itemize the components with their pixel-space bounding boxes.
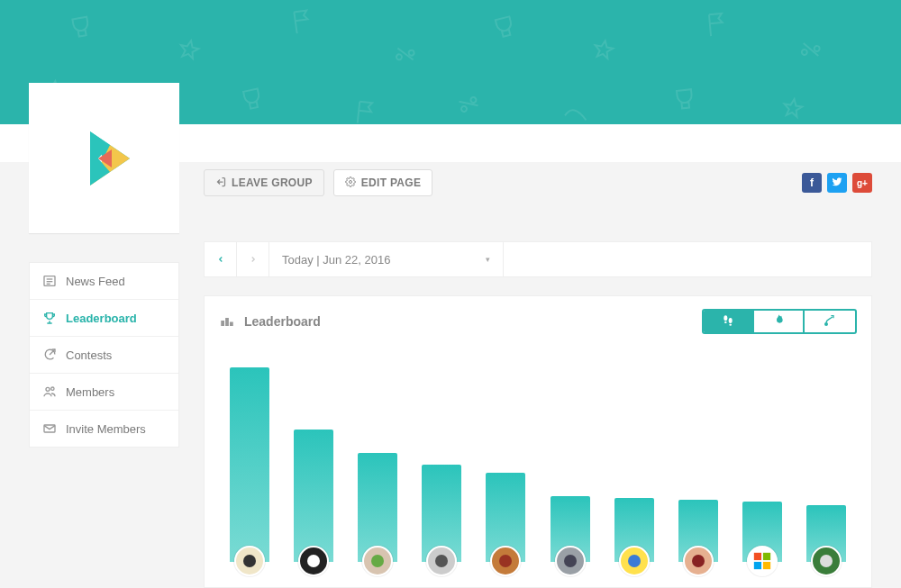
leave-group-label: LEAVE GROUP [232, 176, 313, 189]
date-select[interactable]: Today | Jun 22, 2016 ▾ [269, 242, 504, 276]
action-toolbar: LEAVE GROUP EDIT PAGE f g+ [204, 167, 872, 198]
sidebar-item-label: Members [66, 385, 114, 399]
avatar[interactable] [747, 546, 778, 576]
bar-col[interactable] [421, 465, 463, 576]
sidebar-item-members[interactable]: Members [30, 374, 178, 411]
svg-rect-10 [221, 321, 224, 326]
date-label: Today | Jun 22, 2016 [282, 253, 390, 267]
toggle-steps[interactable] [704, 311, 754, 332]
svg-rect-18 [754, 553, 761, 560]
chevron-right-icon [249, 255, 258, 264]
next-day-button[interactable] [237, 242, 269, 276]
distance-icon [823, 313, 837, 330]
svg-point-8 [51, 387, 54, 390]
bar-col[interactable] [292, 430, 334, 576]
toggle-distance[interactable] [805, 311, 855, 332]
toggle-calories[interactable] [754, 311, 805, 332]
svg-rect-20 [754, 562, 761, 569]
bar-row [219, 341, 857, 576]
edit-page-label: EDIT PAGE [361, 176, 422, 189]
svg-point-15 [729, 318, 733, 323]
sidebar-item-news-feed[interactable]: News Feed [30, 263, 178, 300]
svg-point-7 [46, 387, 50, 391]
google-plus-icon: g+ [857, 178, 868, 188]
bar-col[interactable] [742, 502, 784, 576]
svg-point-14 [724, 321, 727, 323]
prev-day-button[interactable] [205, 242, 237, 276]
sidebar-item-invite-members[interactable]: Invite Members [30, 411, 178, 447]
bar [230, 367, 269, 562]
bar-col[interactable] [613, 498, 655, 576]
svg-point-16 [729, 323, 732, 325]
avatar[interactable] [234, 546, 265, 576]
svg-rect-19 [763, 553, 770, 560]
bar-col[interactable] [485, 473, 527, 576]
svg-rect-21 [763, 562, 770, 569]
news-feed-icon [42, 274, 57, 288]
svg-rect-11 [225, 318, 229, 326]
bar-col[interactable] [677, 500, 719, 576]
twitter-icon [832, 176, 842, 190]
leaderboard-header: Leaderboard [205, 296, 871, 347]
avatar[interactable] [362, 546, 393, 576]
bar-col[interactable] [549, 496, 591, 576]
share-google-button[interactable]: g+ [852, 173, 872, 193]
sidebar-item-label: Leaderboard [66, 312, 137, 325]
flame-icon [771, 313, 786, 330]
sidebar-item-contests[interactable]: Contests [30, 337, 178, 374]
metric-toggle [702, 309, 857, 334]
edit-page-button[interactable]: EDIT PAGE [333, 169, 433, 196]
sidebar-item-label: News Feed [66, 275, 125, 288]
sidebar-item-label: Contests [66, 348, 112, 362]
chart-area [219, 341, 857, 576]
members-icon [42, 384, 57, 399]
leave-group-button[interactable]: LEAVE GROUP [204, 169, 324, 196]
gear-icon [345, 176, 356, 190]
svg-point-13 [724, 315, 727, 321]
social-share: f g+ [802, 173, 872, 193]
avatar[interactable] [555, 546, 586, 576]
avatar[interactable] [298, 546, 329, 576]
steps-icon [721, 313, 735, 330]
leaderboard-card: Leaderboard [204, 295, 872, 588]
contests-icon [42, 348, 57, 362]
svg-point-17 [825, 322, 828, 325]
bar-col[interactable] [356, 453, 398, 576]
group-logo-card [29, 83, 179, 233]
bar-col[interactable] [228, 367, 270, 576]
chevron-left-icon [216, 255, 225, 264]
svg-point-2 [349, 180, 351, 183]
trophy-icon [42, 311, 57, 325]
date-bar: Today | Jun 22, 2016 ▾ [204, 241, 872, 277]
leaderboard-title: Leaderboard [244, 314, 321, 329]
sidebar-item-label: Invite Members [66, 422, 146, 436]
share-facebook-button[interactable]: f [802, 173, 822, 193]
avatar[interactable] [490, 546, 521, 576]
podium-icon [219, 312, 235, 331]
inkin-logo-icon [59, 113, 150, 204]
avatar[interactable] [811, 546, 842, 576]
envelope-icon [42, 421, 57, 436]
caret-down-icon: ▾ [486, 255, 490, 264]
avatar[interactable] [426, 546, 457, 576]
svg-rect-12 [230, 321, 233, 326]
date-bar-spacer [504, 242, 871, 276]
avatar[interactable] [619, 546, 650, 576]
sidebar: News Feed Leaderboard Contests Members I… [29, 262, 179, 448]
facebook-icon: f [810, 176, 814, 189]
content-area: Today | Jun 22, 2016 ▾ Leaderboard [204, 241, 872, 588]
leave-icon [215, 176, 226, 190]
group-title: inKin Friends [204, 124, 348, 150]
sidebar-item-leaderboard[interactable]: Leaderboard [30, 300, 178, 337]
bar-col[interactable] [805, 505, 848, 576]
share-twitter-button[interactable] [827, 173, 847, 193]
avatar[interactable] [683, 546, 714, 576]
bar [294, 430, 333, 562]
